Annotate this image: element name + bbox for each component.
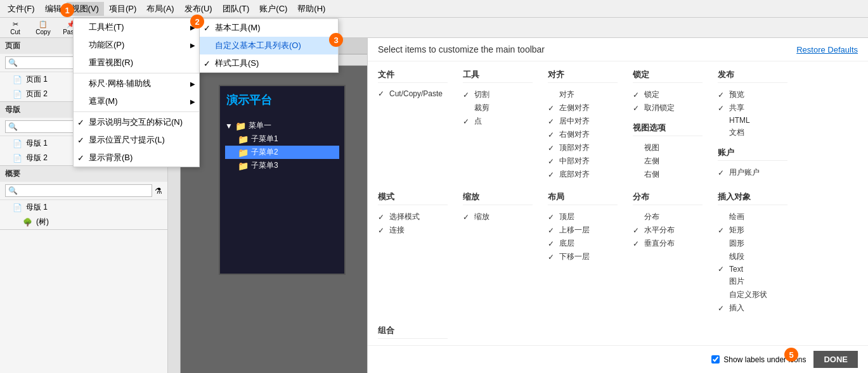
section-align-title: 对齐 (548, 69, 618, 83)
item-circle[interactable]: 圆形 (718, 237, 787, 250)
right-panel: Select items to customize the main toolb… (367, 38, 868, 373)
item-line[interactable]: 线段 (718, 250, 787, 263)
item-view[interactable]: 视图 (633, 141, 703, 155)
item-right[interactable]: 右侧 (633, 168, 703, 181)
menu-layout[interactable]: 布局(A) (141, 2, 179, 16)
outline-icon-1: 📄 (13, 203, 22, 212)
section-file: 文件 Cut/Copy/Paste (378, 69, 448, 181)
view-menu-bg[interactable]: 显示背景(B) (74, 149, 199, 167)
view-menu-panel[interactable]: 功能区(P) ▶ (74, 36, 199, 54)
item-align-center[interactable]: 居中对齐 (548, 115, 618, 128)
section-account-title: 账户 (718, 147, 787, 161)
cut-button[interactable]: ✂ Cut (3, 19, 28, 37)
submenu-style[interactable]: 样式工具(S) (200, 54, 338, 72)
item-text[interactable]: Text (718, 263, 787, 275)
item-lock[interactable]: 锁定 (633, 88, 703, 101)
view-menu-mask[interactable]: 遮罩(M) ▶ (74, 92, 199, 110)
submenu-customize[interactable]: 自定义基本工具列表(O) 3 (200, 37, 338, 54)
section-lock: 锁定 锁定 取消锁定 视图选项 视图 左侧 右侧 (633, 69, 703, 181)
section-insert-title: 插入对象 (718, 191, 787, 205)
item-h-distribute[interactable]: 水平分布 (633, 224, 703, 237)
customize-label: 自定义基本工具列表(O) (215, 40, 301, 51)
item-connect[interactable]: 连接 (378, 224, 448, 237)
toolbar-label: 工具栏(T) (89, 22, 124, 33)
menu-team[interactable]: 团队(T) (217, 2, 255, 16)
tree-child-folder-1: 📁 (238, 134, 249, 144)
outline-panel: 概要 ⚗ 📄 母版 1 🌳 (树) (0, 166, 167, 230)
item-cut-copy-paste[interactable]: Cut/Copy/Paste (378, 88, 448, 99)
outline-search-row: ⚗ (0, 182, 167, 200)
item-unlock[interactable]: 取消锁定 (633, 101, 703, 115)
outline-search-input[interactable] (5, 184, 152, 197)
copy-button[interactable]: 📋 Copy (30, 19, 56, 37)
item-distribute[interactable]: 分布 (633, 210, 703, 224)
item-insert[interactable]: 插入 (718, 301, 787, 315)
tree-collapse-icon[interactable]: ▼ (225, 122, 233, 130)
item-left[interactable]: 左侧 (633, 155, 703, 168)
view-dropdown: 工具栏(T) ▶ 2 基本工具(M) 自定义基本工具列表(O) 3 样式工具(S… (73, 18, 200, 167)
item-bottom-layer[interactable]: 底层 (548, 237, 618, 250)
item-cut[interactable]: 切割 (463, 88, 533, 101)
menu-publish[interactable]: 发布(U) (179, 2, 217, 16)
view-menu-reset[interactable]: 重置视图(R) (74, 54, 199, 72)
item-top-layer[interactable]: 顶层 (548, 210, 618, 224)
item-align-right[interactable]: 右侧对齐 (548, 128, 618, 141)
right-panel-content: 文件 Cut/Copy/Paste 工具 切割 裁剪 点 对齐 对齐 左侧对齐 … (368, 61, 868, 345)
tree-child-2[interactable]: 📁 子菜单2 (225, 146, 339, 159)
item-doc[interactable]: 文档 (718, 126, 787, 139)
tree-child-label-2: 子菜单2 (251, 147, 278, 158)
menu-project[interactable]: 项目(P) (104, 2, 141, 16)
item-preview[interactable]: 预览 (718, 88, 787, 101)
item-align[interactable]: 对齐 (548, 88, 618, 101)
view-menu-hints[interactable]: 显示位置尺寸提示(L) (74, 131, 199, 149)
item-image[interactable]: 图片 (718, 275, 787, 288)
item-html[interactable]: HTML (718, 115, 787, 126)
num-circle-1: 1 (60, 3, 74, 17)
copy-label: Copy (36, 28, 50, 35)
show-labels-checkbox[interactable] (711, 355, 720, 364)
view-menu-marks[interactable]: 显示说明与交互的标记(N) (74, 113, 199, 131)
item-down-layer[interactable]: 下移一层 (548, 250, 618, 263)
view-menu-toolbar[interactable]: 工具栏(T) ▶ (74, 18, 199, 36)
canvas-page: 演示平台 ▼ 📁 菜单一 📁 子菜单1 📁 子菜单2 (219, 85, 346, 275)
panel-submenu-arrow: ▶ (190, 42, 195, 49)
item-align-bottom[interactable]: 底部对齐 (548, 168, 618, 181)
rulers-submenu-arrow: ▶ (190, 80, 195, 87)
tree-child-folder-2: 📁 (238, 148, 249, 158)
section-publish-title: 发布 (718, 69, 787, 83)
submenu-basic[interactable]: 基本工具(M) (200, 19, 338, 37)
item-zoom[interactable]: 缩放 (463, 210, 533, 224)
num-circle-2: 2 (190, 15, 204, 28)
restore-defaults-link[interactable]: Restore Defaults (796, 45, 858, 54)
menu-account[interactable]: 账户(C) (254, 2, 292, 16)
item-point[interactable]: 点 (463, 115, 533, 128)
right-panel-title: Select items to customize the main toolb… (378, 44, 545, 54)
item-share[interactable]: 共享 (718, 101, 787, 115)
item-rect[interactable]: 矩形 (718, 224, 787, 237)
view-menu-rulers[interactable]: 标尺·网格·辅助线 ▶ (74, 75, 199, 92)
section-group: 组合 组合 取消组合 (378, 325, 448, 345)
menu-file[interactable]: 文件(F) (3, 2, 40, 16)
item-align-top[interactable]: 顶部对齐 (548, 141, 618, 155)
section-layout: 布局 顶层 上移一层 底层 下移一层 (548, 191, 618, 315)
item-user-account[interactable]: 用户账户 (718, 166, 787, 179)
canvas-content[interactable]: 演示平台 ▼ 📁 菜单一 📁 子菜单1 📁 子菜单2 (181, 66, 367, 373)
canvas-tree: ▼ 📁 菜单一 📁 子菜单1 📁 子菜单2 📁 子菜单3 (220, 114, 344, 177)
page-label-1: 页面 1 (26, 74, 48, 85)
section-publish: 发布 预览 共享 HTML 文档 账户 用户账户 (718, 69, 787, 181)
item-align-middle[interactable]: 中部对齐 (548, 155, 618, 168)
toolbar-sections-grid: 文件 Cut/Copy/Paste 工具 切割 裁剪 点 对齐 对齐 左侧对齐 … (378, 69, 858, 345)
outline-item-1[interactable]: 📄 母版 1 (0, 200, 167, 215)
item-up-layer[interactable]: 上移一层 (548, 224, 618, 237)
section-distribute: 分布 分布 水平分布 垂直分布 (633, 191, 703, 315)
outline-item-2[interactable]: 🌳 (树) (0, 215, 167, 229)
item-draw[interactable]: 绘画 (718, 210, 787, 224)
item-v-distribute[interactable]: 垂直分布 (633, 237, 703, 250)
item-custom-shape[interactable]: 自定义形状 (718, 288, 787, 301)
item-select-mode[interactable]: 选择模式 (378, 210, 448, 224)
item-crop[interactable]: 裁剪 (463, 101, 533, 115)
filter-icon[interactable]: ⚗ (155, 186, 162, 196)
done-button[interactable]: DONE (813, 351, 858, 368)
menu-help[interactable]: 帮助(H) (292, 2, 330, 16)
item-align-left[interactable]: 左侧对齐 (548, 101, 618, 115)
